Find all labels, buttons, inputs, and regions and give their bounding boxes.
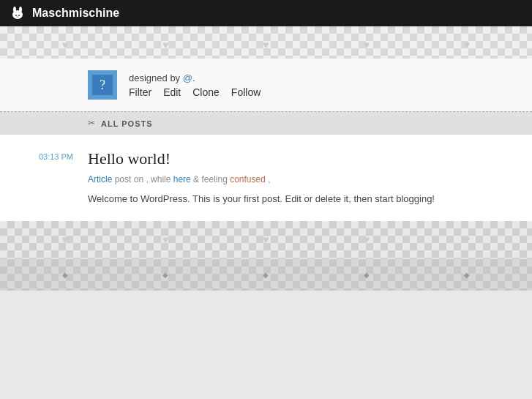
designed-by-label: designed by [129, 72, 183, 83]
bottom-heart-3: ♥ [263, 234, 269, 246]
heart-icon-3: ♥ [263, 40, 269, 51]
designed-by-text: designed by @. [129, 72, 261, 83]
article-link[interactable]: Article [88, 174, 112, 184]
main-content: 03:13 PM Hello world! Article post on , … [0, 135, 532, 221]
dot-label: . [192, 72, 195, 83]
feeling-text: & feeling [193, 174, 230, 184]
action-links: Filter Edit Clone Follow [129, 86, 261, 98]
post-time: 03:13 PM [0, 149, 88, 206]
diamond-icon-5: ◆ [464, 271, 470, 279]
footer-diamonds: ◆ ◆ ◆ ◆ ◆ [0, 259, 532, 291]
bottom-section: ♥ ♥ ♥ ♥ ♥ [0, 221, 532, 259]
bottom-heart-4: ♥ [364, 234, 370, 246]
svg-point-5 [16, 16, 19, 18]
svg-point-1 [13, 7, 16, 12]
top-pattern-section: ♥ ♥ ♥ ♥ ♥ ? designed by @. Filter Edit C… [0, 26, 532, 111]
scissors-icon: ✂ [88, 118, 95, 129]
at-link[interactable]: @ [183, 72, 192, 83]
svg-point-4 [18, 15, 20, 16]
heart-icon-4: ♥ [364, 40, 370, 51]
heart-icon-2: ♥ [162, 40, 168, 51]
follow-link[interactable]: Follow [231, 86, 261, 98]
diamond-icon-1: ◆ [62, 271, 68, 279]
heart-icon-1: ♥ [62, 40, 68, 51]
all-posts-label: ALL POSTS [101, 119, 153, 128]
navbar-logo [9, 4, 26, 22]
diamond-icon-4: ◆ [364, 271, 370, 279]
navbar: Maschmischine [0, 0, 532, 26]
navbar-title: Maschmischine [32, 7, 119, 20]
heart-row-bottom: ♥ ♥ ♥ ♥ ♥ [0, 227, 532, 253]
post-title: Hello world! [88, 149, 444, 168]
svg-point-2 [19, 7, 22, 12]
card-area: ? designed by @. Filter Edit Clone Follo… [0, 59, 532, 111]
diamond-icon-2: ◆ [162, 271, 168, 279]
post-meta: Article post on , while here & feeling c… [88, 174, 444, 184]
avatar-person-icon: ? [100, 78, 105, 93]
card-info: designed by @. Filter Edit Clone Follow [129, 72, 261, 98]
confused-link[interactable]: confused [230, 174, 266, 184]
bottom-heart-5: ♥ [464, 234, 470, 246]
avatar: ? [88, 70, 117, 100]
here-link[interactable]: here [173, 174, 191, 184]
heart-icon-5: ♥ [464, 40, 470, 51]
avatar-inner: ? [92, 75, 113, 95]
clone-link[interactable]: Clone [192, 86, 220, 98]
diamond-icon-3: ◆ [263, 271, 269, 279]
post-excerpt: Welcome to WordPress. This is your first… [88, 192, 444, 206]
diamond-row: ◆ ◆ ◆ ◆ ◆ [0, 266, 532, 283]
edit-link[interactable]: Edit [163, 86, 181, 98]
post-on-text: post on , while [115, 174, 173, 184]
heart-row-top: ♥ ♥ ♥ ♥ ♥ [0, 32, 532, 59]
post-body: Hello world! Article post on , while her… [88, 149, 444, 206]
bottom-heart-2: ♥ [162, 234, 168, 246]
all-posts-bar: ✂ ALL POSTS [0, 112, 532, 135]
comma-text: , [268, 174, 270, 184]
svg-point-3 [15, 15, 17, 16]
bottom-heart-1: ♥ [62, 234, 68, 246]
filter-link[interactable]: Filter [129, 86, 151, 98]
